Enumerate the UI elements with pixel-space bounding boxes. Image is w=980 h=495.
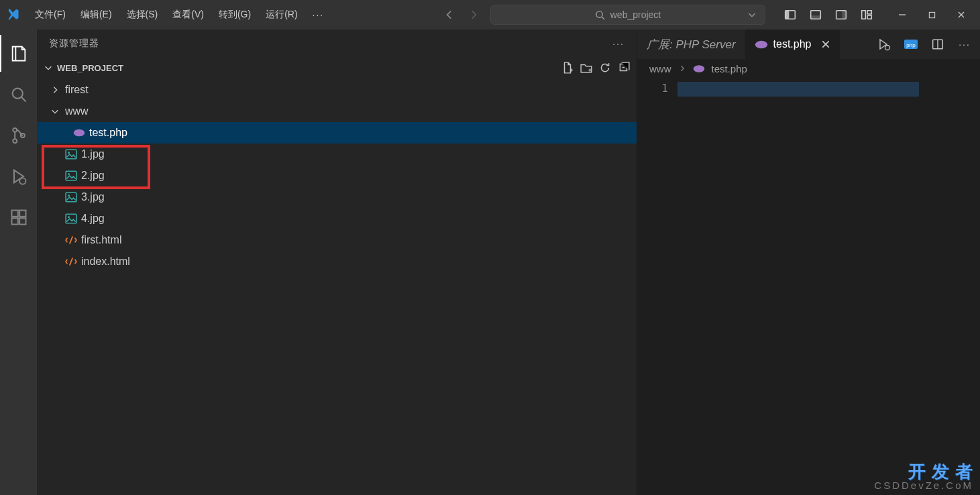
file-3-jpg[interactable]: 3.jpg <box>37 186 637 208</box>
tree-label: 2.jpg <box>81 170 105 182</box>
svg-line-1 <box>602 17 604 19</box>
tree-label: index.html <box>81 256 130 268</box>
folder-www[interactable]: www <box>37 101 637 122</box>
project-header[interactable]: WEB_PROJECT <box>37 58 637 78</box>
menu-overflow[interactable]: ··· <box>306 5 331 24</box>
project-name: WEB_PROJECT <box>57 63 123 73</box>
file-test-php[interactable]: test.php <box>37 122 637 144</box>
file-first-html[interactable]: first.html <box>37 229 637 251</box>
customize-layout-icon[interactable] <box>855 5 878 25</box>
toggle-secondary-sidebar-icon[interactable] <box>830 5 853 25</box>
file-tree: firest www test.php 1.jpg <box>37 78 637 272</box>
nav-arrows <box>438 5 485 25</box>
svg-point-16 <box>13 139 17 143</box>
image-file-icon <box>65 170 77 182</box>
extension-tab-label[interactable]: 广展: PHP Server <box>637 30 745 59</box>
collapse-all-icon[interactable] <box>618 62 630 74</box>
nav-forward-icon[interactable] <box>462 5 485 25</box>
menu-bar: 文件(F) 编辑(E) 选择(S) 查看(V) 转到(G) 运行(R) ··· <box>28 5 331 25</box>
tab-test-php[interactable]: test.php <box>745 30 840 59</box>
editor-body[interactable]: 1 <box>637 78 980 495</box>
nav-back-icon[interactable] <box>438 5 461 25</box>
window-close-icon[interactable] <box>946 4 976 25</box>
menu-run[interactable]: 运行(R) <box>259 5 304 25</box>
editor-more-icon[interactable]: ··· <box>953 33 976 56</box>
svg-rect-28 <box>66 150 76 159</box>
file-4-jpg[interactable]: 4.jpg <box>37 208 637 229</box>
run-debug-icon[interactable] <box>873 33 895 56</box>
svg-point-33 <box>68 195 70 197</box>
svg-point-29 <box>68 152 70 154</box>
html-file-icon <box>65 234 77 246</box>
menu-select[interactable]: 选择(S) <box>120 5 165 25</box>
svg-rect-10 <box>867 15 871 19</box>
svg-rect-5 <box>811 15 821 19</box>
activity-source-control-icon[interactable] <box>0 117 37 154</box>
command-center-search[interactable]: web_project <box>490 5 765 25</box>
svg-point-15 <box>13 127 17 131</box>
window-minimize-icon[interactable] <box>887 4 917 25</box>
svg-rect-9 <box>867 11 871 14</box>
menu-file[interactable]: 文件(F) <box>28 5 72 25</box>
file-index-html[interactable]: index.html <box>37 251 637 272</box>
file-2-jpg[interactable]: 2.jpg <box>37 165 637 186</box>
image-file-icon <box>65 148 77 160</box>
code-area[interactable] <box>677 78 980 495</box>
html-file-icon <box>65 256 77 268</box>
svg-rect-19 <box>11 210 17 216</box>
tree-label: test.php <box>89 127 127 139</box>
new-file-icon[interactable] <box>561 62 574 74</box>
breadcrumb[interactable]: www test.php <box>637 59 980 78</box>
title-bar: 文件(F) 编辑(E) 选择(S) 查看(V) 转到(G) 运行(R) ··· … <box>0 0 980 30</box>
split-editor-icon[interactable] <box>926 33 949 56</box>
explorer-header: 资源管理器 ··· <box>37 30 637 58</box>
menu-edit[interactable]: 编辑(E) <box>74 5 119 25</box>
image-file-icon <box>65 191 77 203</box>
activity-run-debug-icon[interactable] <box>0 158 37 195</box>
toggle-primary-sidebar-icon[interactable] <box>779 5 802 25</box>
tab-close-icon[interactable] <box>821 40 830 49</box>
svg-point-46 <box>695 69 698 71</box>
refresh-icon[interactable] <box>599 62 611 74</box>
new-folder-icon[interactable] <box>580 62 592 74</box>
search-placeholder-text: web_project <box>610 9 661 20</box>
activity-search-icon[interactable] <box>0 76 37 113</box>
php-run-icon[interactable]: php <box>900 33 922 56</box>
chevron-down-icon <box>50 107 61 116</box>
explorer-more-icon[interactable]: ··· <box>612 38 624 49</box>
svg-point-40 <box>885 46 890 50</box>
file-1-jpg[interactable]: 1.jpg <box>37 144 637 165</box>
menu-goto[interactable]: 转到(G) <box>212 5 258 25</box>
breadcrumb-www[interactable]: www <box>649 63 671 74</box>
svg-rect-34 <box>66 214 76 223</box>
chevron-right-icon <box>50 85 61 95</box>
toggle-panel-icon[interactable] <box>804 5 827 25</box>
svg-rect-8 <box>862 11 866 19</box>
chevron-down-icon <box>44 63 54 72</box>
svg-text:php: php <box>906 42 916 48</box>
breadcrumb-file[interactable]: test.php <box>712 63 747 74</box>
svg-line-14 <box>21 97 25 101</box>
layout-controls <box>779 5 878 25</box>
svg-rect-3 <box>785 11 790 19</box>
php-file-icon <box>73 127 85 139</box>
svg-rect-30 <box>66 171 76 180</box>
svg-point-27 <box>80 133 84 135</box>
menu-view[interactable]: 查看(V) <box>166 5 211 25</box>
tree-label: 1.jpg <box>81 148 105 160</box>
php-file-icon <box>693 64 705 73</box>
folder-firest[interactable]: firest <box>37 79 637 101</box>
tab-label: test.php <box>773 38 812 50</box>
svg-point-39 <box>762 45 765 48</box>
activity-explorer-icon[interactable] <box>0 35 37 72</box>
image-file-icon <box>65 213 77 225</box>
svg-point-47 <box>700 69 703 71</box>
vscode-app-icon <box>4 8 23 21</box>
explorer-sidebar: 资源管理器 ··· WEB_PROJECT firest <box>37 30 637 495</box>
window-controls <box>887 4 976 25</box>
window-maximize-icon[interactable] <box>917 4 946 25</box>
chevron-down-icon <box>747 10 757 19</box>
activity-extensions-icon[interactable] <box>0 199 37 235</box>
search-icon <box>595 10 605 20</box>
svg-point-0 <box>596 11 602 17</box>
